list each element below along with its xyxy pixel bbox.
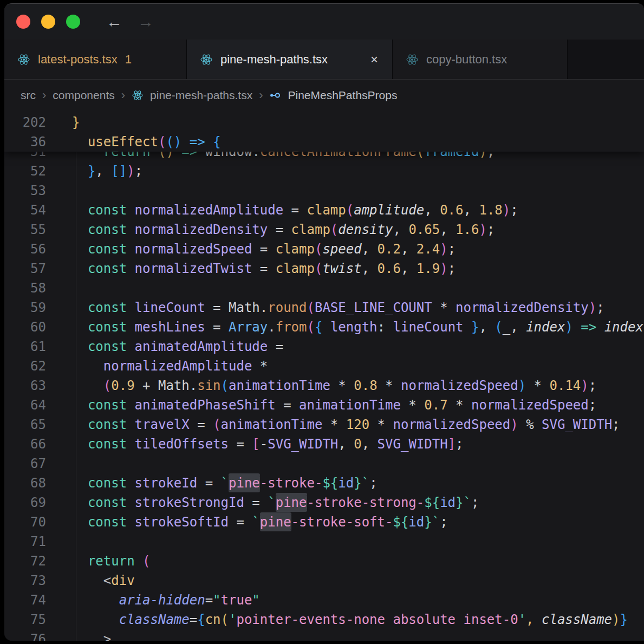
code-text[interactable]: const tiledOffsets = [-SVG_WIDTH, 0, SVG…: [46, 434, 464, 454]
chevron-right-icon: ›: [259, 88, 263, 102]
code-line[interactable]: 73 <div: [4, 571, 644, 590]
code-text[interactable]: >: [46, 629, 111, 641]
code-text[interactable]: [46, 454, 72, 473]
interface-symbol-icon: [269, 89, 281, 101]
code-text[interactable]: useEffect(() => {: [46, 132, 221, 152]
line-number: 63: [4, 376, 46, 395]
tab-label: pine-mesh-paths.tsx: [220, 53, 328, 67]
code-editor-window: ← → latest-posts.tsx 1 pine-mesh-paths.t…: [4, 3, 644, 641]
code-line[interactable]: 52 }, []);: [4, 161, 644, 181]
close-tab-icon[interactable]: ×: [369, 52, 379, 67]
react-icon: [132, 89, 144, 101]
code-line[interactable]: 55 const normalizedDensity = clamp(densi…: [4, 220, 644, 239]
line-number: 36: [4, 132, 46, 152]
code-text[interactable]: const normalizedDensity = clamp(density,…: [46, 220, 495, 239]
code-line[interactable]: 36 useEffect(() => {: [4, 132, 644, 152]
code-text[interactable]: <div: [46, 571, 135, 590]
code-line[interactable]: 202}: [4, 113, 644, 132]
chevron-right-icon: ›: [121, 88, 125, 102]
code-line[interactable]: 71: [4, 532, 644, 551]
code-text[interactable]: normalizedAmplitude *: [46, 356, 268, 376]
code-text[interactable]: const animatedPhaseShift = animationTime…: [46, 395, 596, 415]
title-bar[interactable]: ← →: [4, 4, 644, 40]
indent-guide: [76, 142, 76, 641]
line-number: 61: [4, 337, 46, 356]
breadcrumb-item-src[interactable]: src: [21, 89, 36, 102]
code-text[interactable]: aria-hidden="true": [46, 590, 260, 610]
code-line[interactable]: 54 const normalizedAmplitude = clamp(amp…: [4, 200, 644, 220]
line-number: 55: [4, 220, 46, 239]
breadcrumb-item-components[interactable]: components: [53, 89, 114, 102]
code-text[interactable]: const strokeSoftId = `pine-stroke-soft-$…: [46, 512, 448, 532]
code-text[interactable]: const lineCount = Math.round(BASE_LINE_C…: [46, 298, 604, 317]
code-text[interactable]: const normalizedAmplitude = clamp(amplit…: [46, 200, 518, 220]
maximize-window-button[interactable]: [66, 15, 80, 29]
code-line[interactable]: 62 normalizedAmplitude *: [4, 356, 644, 376]
code-line[interactable]: 53: [4, 181, 644, 200]
editor-pane[interactable]: 51 return () => window.cancelAnimationFr…: [4, 110, 644, 641]
line-number: 67: [4, 454, 46, 473]
code-line[interactable]: 57 const normalizedTwist = clamp(twist, …: [4, 259, 644, 278]
code-text[interactable]: const strokeStrongId = `pine-stroke-stro…: [46, 493, 479, 512]
line-number: 202: [4, 113, 46, 132]
code-area[interactable]: 51 return () => window.cancelAnimationFr…: [4, 110, 644, 641]
line-number: 58: [4, 278, 46, 298]
code-line[interactable]: 67: [4, 454, 644, 473]
code-text[interactable]: [46, 532, 72, 551]
code-text[interactable]: }: [46, 113, 80, 132]
breadcrumb: src › components › pine-mesh-paths.tsx ›…: [4, 80, 644, 110]
code-text[interactable]: const travelX = (animationTime * 120 * n…: [46, 415, 620, 434]
code-line[interactable]: 58: [4, 278, 644, 298]
tab-pine-mesh-paths[interactable]: pine-mesh-paths.tsx ×: [187, 40, 393, 79]
code-line[interactable]: 65 const travelX = (animationTime * 120 …: [4, 415, 644, 434]
code-line[interactable]: 60 const meshLines = Array.from({ length…: [4, 317, 644, 337]
code-line[interactable]: 75 className={cn('pointer-events-none ab…: [4, 610, 644, 629]
line-number: 60: [4, 317, 46, 337]
code-line[interactable]: 66 const tiledOffsets = [-SVG_WIDTH, 0, …: [4, 434, 644, 454]
tab-label: copy-button.tsx: [426, 53, 507, 67]
tab-label: latest-posts.tsx: [38, 53, 118, 67]
code-line[interactable]: 56 const normalizedSpeed = clamp(speed, …: [4, 239, 644, 259]
code-line[interactable]: 74 aria-hidden="true": [4, 590, 644, 610]
tab-latest-posts[interactable]: latest-posts.tsx 1: [4, 40, 187, 79]
react-icon: [200, 53, 213, 66]
code-line[interactable]: 70 const strokeSoftId = `pine-stroke-sof…: [4, 512, 644, 532]
line-number: 52: [4, 161, 46, 181]
line-number: 71: [4, 532, 46, 551]
code-text[interactable]: const strokeId = `pine-stroke-${id}`;: [46, 473, 378, 493]
code-text[interactable]: const meshLines = Array.from({ length: l…: [46, 317, 643, 337]
code-text[interactable]: const normalizedSpeed = clamp(speed, 0.2…: [46, 239, 456, 259]
line-number: 64: [4, 395, 46, 415]
code-line[interactable]: 64 const animatedPhaseShift = animationT…: [4, 395, 644, 415]
code-text[interactable]: return (: [46, 551, 151, 571]
code-line[interactable]: 59 const lineCount = Math.round(BASE_LIN…: [4, 298, 644, 317]
back-button[interactable]: ←: [106, 14, 122, 30]
code-text[interactable]: className={cn('pointer-events-none absol…: [46, 610, 628, 629]
forward-button[interactable]: →: [138, 14, 154, 30]
code-text[interactable]: (0.9 + Math.sin(animationTime * 0.8 * no…: [46, 376, 596, 395]
code-text[interactable]: const normalizedTwist = clamp(twist, 0.6…: [46, 259, 456, 278]
chevron-right-icon: ›: [42, 88, 46, 102]
code-text[interactable]: }, []);: [46, 161, 142, 181]
line-number: 73: [4, 571, 46, 590]
code-line[interactable]: 68 const strokeId = `pine-stroke-${id}`;: [4, 473, 644, 493]
code-text[interactable]: [46, 278, 72, 298]
close-window-button[interactable]: [16, 15, 30, 29]
code-line[interactable]: 63 (0.9 + Math.sin(animationTime * 0.8 *…: [4, 376, 644, 395]
code-text[interactable]: const animatedAmplitude =: [46, 337, 283, 356]
tab-copy-button[interactable]: copy-button.tsx: [393, 40, 568, 79]
code-line[interactable]: 69 const strokeStrongId = `pine-stroke-s…: [4, 493, 644, 512]
line-number: 62: [4, 356, 46, 376]
code-line[interactable]: 76 >: [4, 629, 644, 641]
line-number: 72: [4, 551, 46, 571]
code-text[interactable]: [46, 181, 72, 200]
line-number: 66: [4, 434, 46, 454]
react-icon: [406, 53, 419, 66]
breadcrumb-item-file[interactable]: pine-mesh-paths.tsx: [150, 89, 252, 102]
code-line[interactable]: 72 return (: [4, 551, 644, 571]
line-number: 54: [4, 200, 46, 220]
minimize-window-button[interactable]: [41, 15, 55, 29]
breadcrumb-item-symbol[interactable]: PineMeshPathsProps: [288, 89, 397, 102]
code-line[interactable]: 61 const animatedAmplitude =: [4, 337, 644, 356]
sticky-scroll[interactable]: 202}36 useEffect(() => {: [4, 110, 644, 152]
